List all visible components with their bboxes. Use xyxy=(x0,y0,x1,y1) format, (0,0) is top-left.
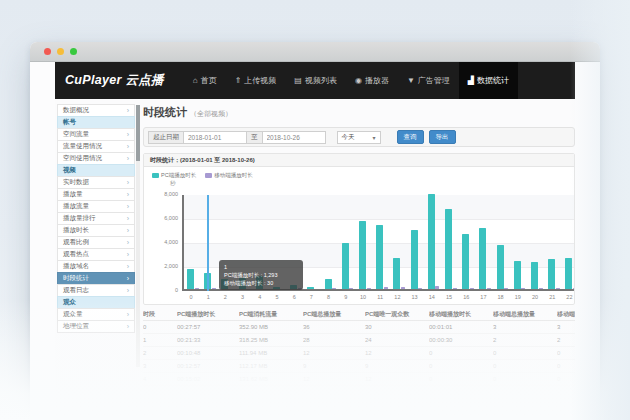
x-axis-label: 2 xyxy=(216,294,234,300)
x-axis-label: 16 xyxy=(457,294,475,300)
logo-text: CuPlayer xyxy=(65,73,122,87)
chart-bar-group[interactable] xyxy=(562,195,574,289)
export-button[interactable]: 导出 xyxy=(429,130,456,144)
y-axis-label: 2,000 xyxy=(144,263,178,269)
sidebar-item-label: 观看日志 xyxy=(63,286,89,295)
sidebar-item-geo-location[interactable]: 地理位置› xyxy=(57,320,135,333)
sidebar-scrollbar-thumb[interactable] xyxy=(136,105,140,161)
chart-bar-group[interactable] xyxy=(390,195,407,289)
x-axis-label: 7 xyxy=(302,294,320,300)
chevron-right-icon: › xyxy=(127,143,129,150)
nav-item-player[interactable]: ◉播放器 xyxy=(346,62,398,99)
legend-item-mobile[interactable]: 移动端播放时长 xyxy=(205,172,253,179)
range-select-value: 今天 xyxy=(342,133,355,142)
table-row: 100:21:33318.25 MB282400:00:3022 xyxy=(143,334,575,347)
chart-bar-group[interactable] xyxy=(494,195,511,289)
chart-bar-group[interactable] xyxy=(545,195,562,289)
mobile-bar xyxy=(384,287,388,289)
y-axis-label: 0 xyxy=(144,287,178,293)
nav-item-data-stats[interactable]: ▟数据统计 xyxy=(459,62,518,99)
chart-bar-group[interactable] xyxy=(476,195,493,289)
x-axis-label: 10 xyxy=(354,294,372,300)
range-select[interactable]: 今天 ▾ xyxy=(337,131,381,144)
chart-bar-group[interactable] xyxy=(339,195,356,289)
table-cell: 2 xyxy=(557,337,575,343)
chevron-right-icon: › xyxy=(127,203,129,210)
mobile-bar xyxy=(435,286,439,289)
pc-bar xyxy=(514,261,521,289)
x-axis-label: 0 xyxy=(182,294,200,300)
chevron-right-icon: › xyxy=(127,227,129,234)
x-axis-label: 9 xyxy=(337,294,355,300)
table-cell: 00:01:01 xyxy=(429,324,493,330)
chart-bar-group[interactable] xyxy=(442,195,459,289)
table-cell: 12 xyxy=(365,376,429,382)
chart-bar-group[interactable] xyxy=(528,195,545,289)
logo-suffix: 云点播 xyxy=(125,73,163,87)
minimize-window-button[interactable] xyxy=(57,48,64,55)
bar-chart-icon: ▟ xyxy=(468,77,474,85)
nav-item-video-list[interactable]: ▤视频列表 xyxy=(285,62,346,99)
close-window-button[interactable] xyxy=(44,48,51,55)
chart-panel-title: 时段统计：(2018-01-01 至 2018-10-26) xyxy=(144,154,574,167)
home-icon: ⌂ xyxy=(193,77,198,85)
tooltip-title: 1 xyxy=(224,263,298,271)
nav-item-home[interactable]: ⌂首页 xyxy=(184,62,226,99)
table-cell: 318.25 MB xyxy=(239,337,303,343)
table-cell: 352.90 MB xyxy=(239,324,303,330)
chart-bar-group[interactable] xyxy=(511,195,528,289)
table-cell: 24 xyxy=(365,337,429,343)
funnel-icon: ▼ xyxy=(407,77,415,85)
table-cell: 0 xyxy=(429,350,493,356)
table-cell: 0 xyxy=(493,363,557,369)
hover-highlight-line xyxy=(207,195,209,291)
chart-bar-group[interactable] xyxy=(356,195,373,289)
start-date-input[interactable] xyxy=(183,131,247,144)
chevron-right-icon: › xyxy=(127,179,129,186)
sidebar-menu: 数据概况›帐号空间流量›流量使用情况›空间使用情况›视频实时数据›播放量›播放流… xyxy=(57,105,135,333)
x-axis-label: 14 xyxy=(423,294,441,300)
x-axis-label: 8 xyxy=(320,294,338,300)
legend-swatch xyxy=(205,173,212,178)
table-cell: 111.94 MB xyxy=(239,350,303,356)
main-content: 时段统计（全部视频） 起止日期 至 今天 ▾ 查询 导出 时段统计：(2018-… xyxy=(143,103,575,420)
table-cell: 0 xyxy=(493,350,557,356)
x-axis-label: 1 xyxy=(199,294,217,300)
pc-bar xyxy=(565,258,572,289)
list-icon: ▤ xyxy=(294,77,302,85)
mobile-bar xyxy=(453,288,457,290)
table-cell: 12 xyxy=(303,350,365,356)
sidebar-item-label: 播放流量 xyxy=(63,202,89,211)
chevron-right-icon: › xyxy=(127,191,129,198)
table-header-cell: PC端消耗流量 xyxy=(239,310,303,319)
chart-bar-group[interactable] xyxy=(322,195,339,289)
legend-swatch xyxy=(152,173,159,178)
sidebar-item-label: 播放时长 xyxy=(63,226,89,235)
sidebar-item-label: 空间流量 xyxy=(63,130,89,139)
y-axis-label: 8,000 xyxy=(144,191,178,197)
table-cell: 0 xyxy=(557,350,575,356)
table-header-cell: 移动端唯一观众数 xyxy=(557,310,575,319)
table-cell: 112.17 MB xyxy=(239,363,303,369)
nav-item-ad-management[interactable]: ▼广告管理 xyxy=(398,62,459,99)
query-button[interactable]: 查询 xyxy=(397,130,424,144)
legend-item-pc[interactable]: PC端播放时长 xyxy=(152,172,196,179)
chevron-right-icon: › xyxy=(127,239,129,246)
player-icon: ◉ xyxy=(355,77,362,85)
sidebar-item-label: 播放域名 xyxy=(63,262,89,271)
x-axis-label: 15 xyxy=(440,294,458,300)
x-axis-label: 12 xyxy=(388,294,406,300)
chart-bar-group[interactable] xyxy=(201,195,218,289)
nav-item-upload-video[interactable]: ⇑上传视频 xyxy=(226,62,286,99)
chart-bar-group[interactable] xyxy=(373,195,390,289)
end-date-input[interactable] xyxy=(262,131,326,144)
chevron-right-icon: › xyxy=(127,311,129,318)
table-cell: 0 xyxy=(557,376,575,382)
chart-bar-group[interactable] xyxy=(184,195,201,289)
page-title: 时段统计（全部视频） xyxy=(143,105,232,120)
chart-bar-group[interactable] xyxy=(425,195,442,289)
chart-bar-group[interactable] xyxy=(304,195,321,289)
chart-bar-group[interactable] xyxy=(459,195,476,289)
maximize-window-button[interactable] xyxy=(70,48,77,55)
chart-bar-group[interactable] xyxy=(408,195,425,289)
